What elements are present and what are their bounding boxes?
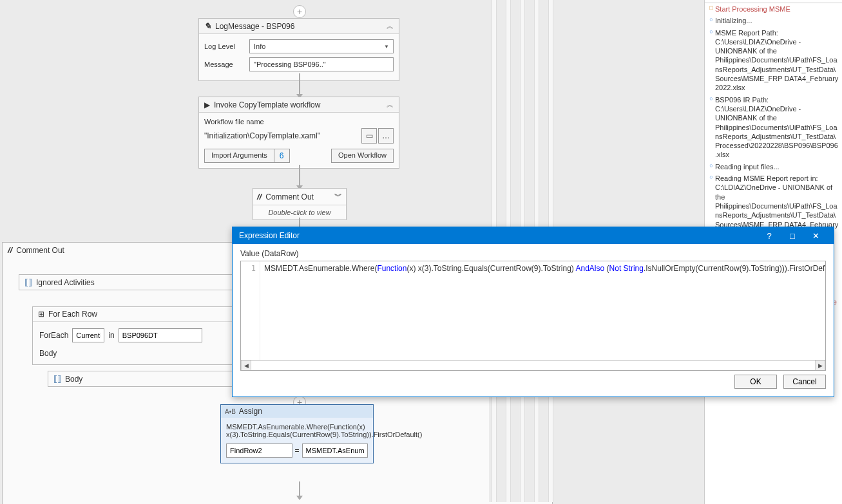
equals-label: = <box>295 446 300 455</box>
open-workflow-button[interactable]: Open Workflow <box>331 149 394 163</box>
log-text: Reading input files... <box>715 162 839 171</box>
expand-icon[interactable]: ︾ <box>334 191 342 202</box>
log-entry[interactable]: □Start Processing MSME <box>705 3 842 15</box>
assign-activity[interactable]: A•B Assign MSMEDT.AsEnumerable.Where(Fun… <box>220 404 374 463</box>
scroll-right-icon[interactable]: ▶ <box>815 360 825 370</box>
arguments-count: 6 <box>274 149 290 163</box>
assign-to-input[interactable] <box>226 443 292 458</box>
close-button[interactable]: ✕ <box>804 231 827 241</box>
dialog-titlebar[interactable]: Expression Editor ? □ ✕ <box>233 227 834 244</box>
cancel-button[interactable]: Cancel <box>783 375 826 389</box>
horizontal-scrollbar[interactable]: ◀ ▶ <box>240 360 826 371</box>
line-gutter: 1 <box>241 261 260 360</box>
logmessage-activity[interactable]: ✎ LogMessage - BSP096 ︽ Log Level Info M… <box>198 18 399 81</box>
sequence-icon: ⟦⟧ <box>53 374 61 384</box>
foreach-collection-input[interactable] <box>119 328 202 342</box>
foreach-variable-input[interactable] <box>72 328 104 342</box>
workflow-filename-input[interactable]: "Initialization\CopyTemplate.xaml" <box>204 131 360 140</box>
help-button[interactable]: ? <box>758 231 781 241</box>
log-text: Initializing... <box>715 16 839 25</box>
log-entry[interactable]: ○BSP096 IR Path: C:\Users\LDIAZ\OneDrive… <box>705 94 842 161</box>
connector-arrow <box>299 481 300 496</box>
import-arguments-button[interactable]: Import Arguments <box>204 149 274 163</box>
pencil-icon: ✎ <box>204 21 211 31</box>
connector-arrow <box>299 165 300 185</box>
in-label: in <box>108 331 114 340</box>
ellipsis-icon: … <box>382 131 390 140</box>
add-activity-button[interactable]: + <box>293 5 306 18</box>
activity-title: Assign <box>239 407 262 416</box>
assign-icon: A•B <box>225 408 236 415</box>
comment-icon: // <box>257 192 262 201</box>
connector-arrow <box>299 73 300 94</box>
log-bullet-icon: ○ <box>707 28 715 93</box>
collapse-icon[interactable]: ︽ <box>387 100 394 109</box>
activity-title: For Each Row <box>48 310 97 319</box>
activity-title: Comment Out <box>265 192 334 201</box>
workflow-filename-label: Workflow file name <box>204 118 394 126</box>
play-icon: ▶ <box>204 100 210 109</box>
log-bullet-icon: ○ <box>707 162 715 171</box>
activity-header[interactable]: ✎ LogMessage - BSP096 ︽ <box>199 19 399 34</box>
expression-code[interactable]: MSMEDT.AsEnumerable.Where(Function(x) x(… <box>260 261 825 360</box>
more-button[interactable]: … <box>378 128 394 144</box>
log-entry[interactable]: ○MSME Report Path: C:\Users\LDIAZ\OneDri… <box>705 27 842 94</box>
log-entry[interactable]: ○Reading input files... <box>705 161 842 173</box>
invoke-workflow-activity[interactable]: ▶ Invoke CopyTemplate workflow ︽ Workflo… <box>198 97 399 169</box>
loglevel-label: Log Level <box>204 42 249 50</box>
folder-icon: ▭ <box>366 131 373 140</box>
scroll-left-icon[interactable]: ◀ <box>241 360 251 370</box>
arrowhead-icon <box>296 496 303 500</box>
assign-value-input[interactable] <box>302 443 368 458</box>
sequence-icon: ⟦⟧ <box>24 277 32 287</box>
foreach-icon: ⊞ <box>38 310 44 319</box>
collapse-icon[interactable]: ︽ <box>387 21 394 31</box>
comment-icon: // <box>8 245 12 255</box>
assign-expression-preview: MSMEDT.AsEnumerable.Where(Function(x) x(… <box>221 418 373 443</box>
foreach-label: ForEach <box>39 331 68 340</box>
activity-body: Workflow file name "Initialization\CopyT… <box>199 113 399 168</box>
expression-editor-dialog[interactable]: Expression Editor ? □ ✕ Value (DataRow) … <box>232 227 834 397</box>
value-type-label: Value (DataRow) <box>233 244 834 261</box>
log-bullet-icon: □ <box>707 5 715 14</box>
log-entry[interactable]: ○Initializing... <box>705 15 842 26</box>
activity-title: Invoke CopyTemplate workflow <box>214 100 387 109</box>
container-title: Ignored Activities <box>36 278 95 287</box>
container-title: Body <box>65 375 82 384</box>
log-bullet-icon: ○ <box>707 16 715 25</box>
dialog-title-text: Expression Editor <box>239 231 758 240</box>
expression-textarea[interactable]: 1 MSMEDT.AsEnumerable.Where(Function(x) … <box>240 261 826 360</box>
log-bullet-icon: ○ <box>707 95 715 160</box>
ok-button[interactable]: OK <box>734 375 777 389</box>
log-text: BSP096 IR Path: C:\Users\LDIAZ\OneDrive … <box>715 95 839 160</box>
log-text: Start Processing MSME <box>715 5 839 14</box>
message-input[interactable]: "Processing BSP096.." <box>249 57 394 71</box>
activity-title: Comment Out <box>16 246 64 255</box>
log-text: MSME Report Path: C:\Users\LDIAZ\OneDriv… <box>715 28 839 93</box>
comment-out-collapsed[interactable]: // Comment Out ︾ Double-click to view <box>253 188 347 220</box>
browse-folder-button[interactable]: ▭ <box>361 128 377 144</box>
maximize-button[interactable]: □ <box>781 231 804 241</box>
loglevel-dropdown[interactable]: Info <box>249 39 394 53</box>
message-label: Message <box>204 61 249 68</box>
activity-title: LogMessage - BSP096 <box>215 22 387 31</box>
activity-header[interactable]: ▶ Invoke CopyTemplate workflow ︽ <box>199 97 399 113</box>
